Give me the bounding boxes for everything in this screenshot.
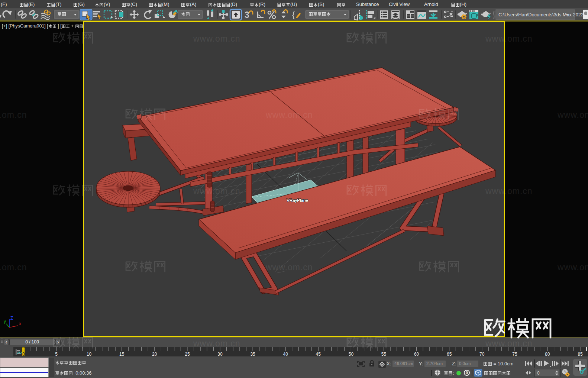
- svg-text:3: 3: [245, 10, 249, 20]
- svg-text:5: 5: [55, 352, 58, 356]
- svg-text:50: 50: [349, 352, 354, 356]
- svg-text:Z: Z: [10, 316, 13, 321]
- svg-text:40: 40: [283, 352, 288, 356]
- svg-text:65: 65: [447, 352, 452, 356]
- svg-text:60: 60: [414, 352, 419, 356]
- svg-text:85: 85: [578, 352, 583, 356]
- svg-text:{: {: [292, 10, 295, 19]
- svg-text:45: 45: [316, 352, 321, 356]
- svg-text:20: 20: [152, 352, 157, 356]
- svg-text:y: y: [4, 319, 6, 324]
- svg-text:15: 15: [119, 352, 125, 356]
- svg-text:VRayPlane: VRayPlane: [287, 198, 308, 203]
- svg-text:10: 10: [87, 352, 92, 356]
- svg-text:25: 25: [185, 352, 190, 356]
- svg-text:30: 30: [217, 352, 223, 356]
- svg-text:55: 55: [381, 352, 387, 356]
- svg-text:75: 75: [512, 352, 517, 356]
- svg-text:x: x: [19, 321, 21, 326]
- svg-text:80: 80: [545, 352, 550, 356]
- svg-text:0: 0: [537, 371, 540, 376]
- svg-text:0: 0: [22, 352, 25, 356]
- svg-text:35: 35: [250, 352, 255, 356]
- svg-text:70: 70: [479, 352, 485, 356]
- svg-text:C:\Users\Han\Documents\3ds Max: C:\Users\Han\Documents\3ds Max 2022: [498, 12, 584, 17]
